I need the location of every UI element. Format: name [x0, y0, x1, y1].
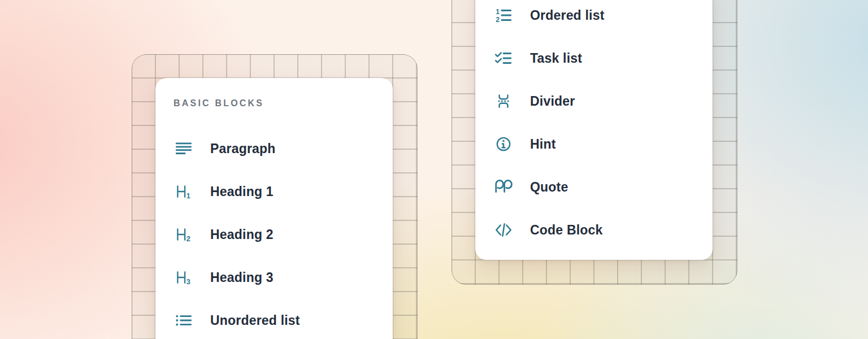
code-block-icon [494, 220, 513, 240]
basic-blocks-menu: BASIC BLOCKS Paragraph1Heading 12Heading… [155, 78, 393, 339]
unordered-list-icon [174, 311, 193, 330]
paragraph-icon [174, 139, 193, 158]
block-menu-item-heading-1[interactable]: 1Heading 1 [155, 170, 393, 213]
block-menu-item-heading-2[interactable]: 2Heading 2 [155, 213, 393, 256]
block-menu-item-label: Heading 3 [210, 270, 274, 285]
ordered-list-icon: 12 [494, 6, 513, 25]
block-menu-item-label: Divider [530, 94, 575, 109]
block-menu-item-ordered-list[interactable]: 12Ordered list [475, 0, 713, 37]
svg-text:2: 2 [496, 16, 500, 24]
block-menu-item-unordered-list[interactable]: Unordered list [155, 299, 393, 339]
basic-blocks-item-list: Paragraph1Heading 12Heading 23Heading 3U… [155, 127, 393, 339]
svg-text:1: 1 [186, 192, 190, 200]
hint-icon [494, 134, 513, 154]
block-menu-item-label: Paragraph [210, 141, 276, 157]
more-blocks-item-list: 12Ordered listTask listDividerHintQuoteC… [475, 0, 713, 251]
block-menu-item-label: Heading 2 [210, 227, 274, 242]
block-menu-item-label: Task list [530, 51, 582, 66]
block-menu-item-divider[interactable]: Divider [475, 80, 713, 123]
svg-text:2: 2 [186, 234, 190, 243]
block-menu-item-label: Quote [530, 180, 568, 195]
heading-2-icon: 2 [174, 225, 193, 244]
block-menu-item-label: Code Block [530, 223, 603, 238]
block-menu-item-label: Hint [530, 137, 556, 152]
block-menu-item-label: Ordered list [530, 8, 605, 23]
block-menu-item-label: Unordered list [210, 313, 300, 328]
heading-1-icon: 1 [174, 182, 193, 201]
block-menu-item-task-list[interactable]: Task list [475, 37, 713, 80]
svg-text:1: 1 [496, 8, 500, 16]
basic-blocks-header: BASIC BLOCKS [173, 98, 264, 108]
divider-icon [494, 92, 513, 111]
block-menu-item-code-block[interactable]: Code Block [475, 208, 713, 251]
block-menu-item-hint[interactable]: Hint [475, 123, 713, 166]
svg-text:3: 3 [186, 277, 190, 286]
block-menu-item-heading-3[interactable]: 3Heading 3 [155, 256, 393, 299]
heading-3-icon: 3 [174, 268, 193, 287]
block-menu-item-label: Heading 1 [210, 184, 274, 199]
block-menu-item-paragraph[interactable]: Paragraph [155, 127, 393, 170]
block-menu-hero: BASIC BLOCKS Paragraph1Heading 12Heading… [0, 0, 868, 339]
task-list-icon [494, 49, 513, 68]
block-menu-item-quote[interactable]: Quote [475, 166, 713, 208]
quote-icon [494, 177, 513, 197]
more-blocks-menu: 12Ordered listTask listDividerHintQuoteC… [475, 0, 713, 260]
